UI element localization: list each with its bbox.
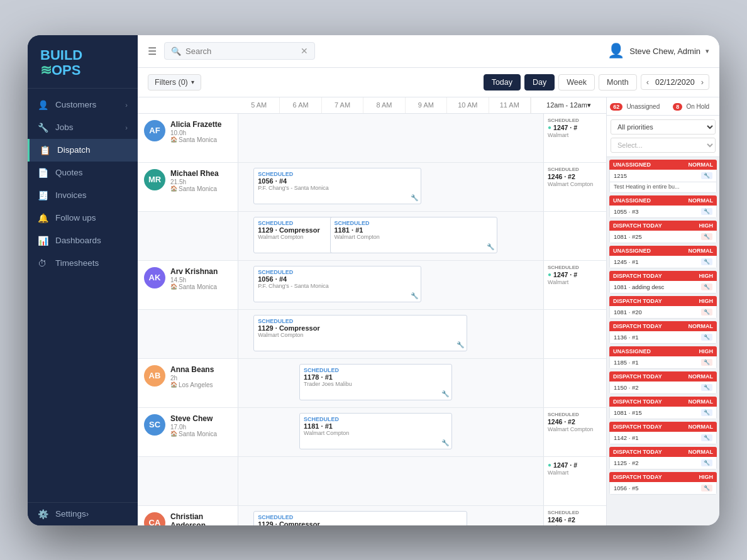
priority-select[interactable]: All priorities High Normal Low <box>611 119 716 135</box>
sidebar-item-invoices[interactable]: 🧾 Invoices <box>28 184 138 207</box>
timeline-job-card[interactable]: SCHEDULED 1181 · #1 Walmart Compton 🔧 <box>330 217 498 253</box>
day-button[interactable]: Day <box>524 74 555 91</box>
tech-row: ● 1247 · # Walmart <box>138 457 606 506</box>
uc-priority-label: HIGH <box>699 474 714 480</box>
uc-body: 1142 · #1 🔧 <box>609 432 717 444</box>
user-dropdown-icon[interactable]: ▾ <box>706 47 709 55</box>
uc-priority-label: NORMAL <box>689 424 714 430</box>
uc-priority-badge: 🔧 <box>701 258 712 265</box>
search-clear-icon[interactable]: ✕ <box>301 46 308 56</box>
uc-header: UNASSIGNED NORMAL <box>609 246 717 256</box>
scheduled-right[interactable]: ● 1247 · # Walmart <box>543 457 606 505</box>
tech-avatar: MR <box>144 169 165 190</box>
sidebar-item-label: Dashboards <box>55 236 128 245</box>
scheduled-right-label: SCHEDULED <box>548 118 602 123</box>
sidebar-item-dashboards[interactable]: 📊 Dashboards <box>28 229 138 252</box>
onhold-badge: 8 <box>673 103 682 111</box>
timeline-job-card[interactable]: SCHEDULED 1129 · Compressor Walmart Comp… <box>253 511 467 525</box>
uc-id: 1150 · #2 <box>614 384 639 391</box>
unassigned-list: UNASSIGNED NORMAL 1215 🔧 Test Heating in… <box>607 157 719 525</box>
month-button[interactable]: Month <box>599 74 637 91</box>
unassigned-card[interactable]: DISPATCH TODAY NORMAL 1125 · #2 🔧 <box>609 447 717 469</box>
tech-details: Anna Beans 2h 🏠 Los Angeles <box>170 365 214 388</box>
sidebar-item-follow_ups[interactable]: 🔔 Follow ups <box>28 207 138 229</box>
scheduled-right-label: SCHEDULED <box>548 412 602 417</box>
unassigned-card[interactable]: DISPATCH TODAY HIGH 1081 · adding desc 🔧 <box>609 271 717 294</box>
filter-button[interactable]: Filters (0) ▾ <box>148 74 201 91</box>
uc-priority-badge: 🔧 <box>701 409 712 416</box>
scheduled-right-loc: Walmart Compton <box>548 426 602 432</box>
scheduled-right[interactable]: SCHEDULED 1246 · #2 Walmart Compton <box>543 408 606 456</box>
tech-location: 🏠 Los Angeles <box>170 382 214 388</box>
tech-timeline: SCHEDULED 1181 · #1 Walmart Compton 🔧 <box>238 408 543 456</box>
today-button[interactable]: Today <box>484 74 521 91</box>
customers-icon: 👤 <box>38 100 49 110</box>
timeline-job-card[interactable]: SCHEDULED 1178 · #1 Trader Joes Malibu 🔧 <box>299 364 452 400</box>
job-card-label: SCHEDULED <box>304 416 448 422</box>
timeline-job-card[interactable]: SCHEDULED 1056 · #4 P.F. Chang's - Santa… <box>253 168 421 204</box>
week-button[interactable]: Week <box>558 74 595 91</box>
tech-name: Steve Chew <box>170 414 217 423</box>
unassigned-card[interactable]: UNASSIGNED NORMAL 1245 · #1 🔧 <box>609 246 717 268</box>
uc-priority-label: NORMAL <box>689 373 714 380</box>
unassigned-card[interactable]: UNASSIGNED NORMAL 1215 🔧 Test Heating in… <box>609 160 717 193</box>
unassigned-card[interactable]: DISPATCH TODAY NORMAL 1081 · #15 🔧 <box>609 397 717 419</box>
scheduled-right[interactable]: SCHEDULED ● 1247 · # Walmart <box>543 261 606 309</box>
timeline-job-card[interactable]: SCHEDULED 1181 · #1 Walmart Compton 🔧 <box>299 413 452 449</box>
uc-priority-badge: 🔧 <box>701 334 712 341</box>
sidebar-item-dispatch[interactable]: 📋 Dispatch <box>28 139 138 162</box>
sidebar-item-jobs[interactable]: 🔧 Jobs › <box>28 116 138 139</box>
uc-priority-label: HIGH <box>699 298 714 304</box>
job-card-loc: P.F. Chang's - Santa Monica <box>258 185 417 191</box>
search-input[interactable] <box>185 47 301 56</box>
tech-name: Christian Anderson <box>170 512 231 525</box>
unassigned-card[interactable]: DISPATCH TODAY NORMAL 1150 · #2 🔧 <box>609 371 717 394</box>
uc-type-label: DISPATCH TODAY <box>613 222 662 229</box>
tech-info: SC Steve Chew 17.0h 🏠 Santa Monica <box>138 408 238 456</box>
unassigned-card[interactable]: UNASSIGNED HIGH 1185 · #1 🔧 <box>609 346 717 369</box>
search-box[interactable]: 🔍 ✕ <box>164 42 315 60</box>
time-dropdown-icon: ▾ <box>587 101 591 109</box>
scheduled-right[interactable]: SCHEDULED ● 1247 · # Walmart <box>543 114 606 162</box>
sidebar-item-settings[interactable]: ⚙️ Settings › <box>28 502 138 525</box>
scheduled-right-label: SCHEDULED <box>548 265 602 270</box>
tech-avatar: AF <box>144 120 165 141</box>
uc-body: 1081 · #25 🔧 <box>609 231 717 243</box>
unassigned-card[interactable]: UNASSIGNED NORMAL 1055 · #3 🔧 <box>609 195 717 218</box>
uc-id: 1081 · #25 <box>614 233 642 240</box>
unassigned-card[interactable]: DISPATCH TODAY HIGH 1081 · #20 🔧 <box>609 296 717 319</box>
tab-unassigned[interactable]: 62 Unassigned <box>607 97 663 115</box>
tab-onhold[interactable]: 8 On Hold <box>663 97 720 115</box>
menu-icon[interactable]: ☰ <box>148 45 157 57</box>
tech-row: MR Michael Rhea 21.5h 🏠 Santa Monica SCH… <box>138 163 606 212</box>
time-end-slot[interactable]: 12am - 12am ▾ <box>531 97 606 113</box>
unassigned-card[interactable]: DISPATCH TODAY HIGH 1081 · #25 🔧 <box>609 221 717 243</box>
tech-info: MR Michael Rhea 21.5h 🏠 Santa Monica <box>138 163 238 211</box>
timeline-job-card[interactable]: SCHEDULED 1129 · Compressor Walmart Comp… <box>253 315 467 351</box>
unassigned-card[interactable]: DISPATCH TODAY NORMAL 1142 · #1 🔧 <box>609 422 717 444</box>
time-header: 5 AM6 AM7 AM8 AM9 AM10 AM11 AM12am - 12a… <box>138 97 606 114</box>
green-dot: ● <box>548 124 551 131</box>
unassigned-card[interactable]: DISPATCH TODAY HIGH 1056 · #5 🔧 <box>609 472 717 495</box>
uc-type-label: DISPATCH TODAY <box>613 298 662 304</box>
uc-priority-badge: 🔧 <box>701 434 712 441</box>
sidebar-item-quotes[interactable]: 📄 Quotes <box>28 162 138 184</box>
scheduled-right[interactable]: SCHEDULED 1246 · #2 Walmart Compton <box>543 163 606 211</box>
next-date-icon[interactable]: › <box>701 77 704 87</box>
uc-id: 1081 · #15 <box>614 409 642 416</box>
skill-select[interactable]: Select... <box>611 138 716 153</box>
sidebar-item-timesheets[interactable]: ⏱ Timesheets <box>28 252 138 275</box>
scheduled-right[interactable]: SCHEDULED 1246 · #2 Walmart Compton <box>543 506 606 525</box>
jobs-icon: 🔧 <box>38 123 49 133</box>
prev-date-icon[interactable]: ‹ <box>646 77 649 87</box>
uc-header: DISPATCH TODAY NORMAL <box>609 447 717 457</box>
job-card-loc: Walmart Compton <box>335 234 494 240</box>
tech-name: Arv Krishnan <box>170 267 218 276</box>
filters-bar: Filters (0) ▾ Today Day Week Month ‹ 02/… <box>138 68 719 97</box>
uc-type-label: DISPATCH TODAY <box>613 398 662 405</box>
sidebar-item-customers[interactable]: 👤 Customers › <box>28 94 138 116</box>
timeline-job-card[interactable]: SCHEDULED 1056 · #4 P.F. Chang's - Santa… <box>253 266 421 302</box>
scheduled-right-loc: Walmart <box>548 132 602 138</box>
sidebar-item-label: Jobs <box>55 123 125 132</box>
unassigned-card[interactable]: DISPATCH TODAY NORMAL 1136 · #1 🔧 <box>609 321 717 344</box>
